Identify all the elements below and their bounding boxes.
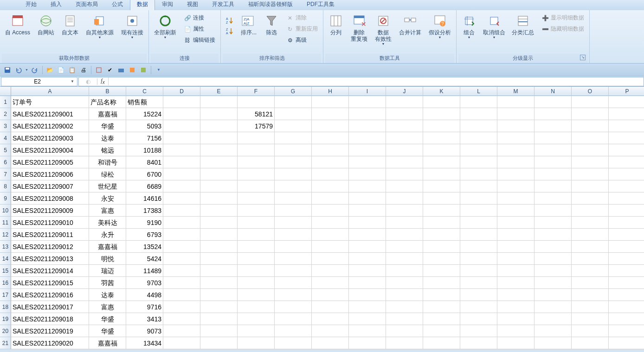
- cell-B18[interactable]: 富惠: [89, 301, 126, 313]
- cell-K16[interactable]: [423, 277, 460, 289]
- cell-G4[interactable]: [275, 132, 312, 144]
- col-header-B[interactable]: B: [89, 87, 126, 96]
- cell-J3[interactable]: [386, 120, 423, 132]
- cell-E5[interactable]: [200, 144, 238, 156]
- cell-B16[interactable]: 羽茜: [89, 277, 126, 289]
- cell-J20[interactable]: [386, 325, 423, 337]
- cell-E2[interactable]: [200, 108, 238, 120]
- cell-N16[interactable]: [535, 277, 572, 289]
- cell-B6[interactable]: 和谐号: [89, 156, 126, 168]
- cell-B3[interactable]: 华盛: [89, 120, 126, 132]
- cell-O19[interactable]: [572, 313, 609, 325]
- cell-H14[interactable]: [312, 253, 349, 265]
- cell-E7[interactable]: [200, 168, 238, 180]
- cell-F18[interactable]: [238, 301, 275, 313]
- row-header-15[interactable]: 15: [0, 265, 11, 277]
- cell-O18[interactable]: [572, 301, 609, 313]
- cell-K17[interactable]: [423, 289, 460, 301]
- cell-C7[interactable]: 6700: [126, 168, 163, 180]
- cell-K14[interactable]: [423, 253, 460, 265]
- cell-G14[interactable]: [275, 253, 312, 265]
- cell-H17[interactable]: [312, 289, 349, 301]
- cell-C11[interactable]: 9190: [126, 217, 163, 229]
- cell-F19[interactable]: [238, 313, 275, 325]
- cell-M15[interactable]: [497, 265, 535, 277]
- tab-9[interactable]: PDF工具集: [300, 0, 341, 10]
- cell-B2[interactable]: 嘉嘉福: [89, 108, 126, 120]
- cell-D2[interactable]: [163, 108, 200, 120]
- cell-A4[interactable]: SALES20211209003: [11, 132, 89, 144]
- cell-O2[interactable]: [572, 108, 609, 120]
- cell-N3[interactable]: [535, 120, 572, 132]
- cell-H19[interactable]: [312, 313, 349, 325]
- cell-K21[interactable]: [423, 337, 460, 349]
- new-button[interactable]: 📄: [57, 65, 66, 75]
- cell-I11[interactable]: [349, 217, 386, 229]
- cell-J13[interactable]: [386, 241, 423, 253]
- row-header-19[interactable]: 19: [0, 313, 11, 325]
- cell-I17[interactable]: [349, 289, 386, 301]
- cell-P18[interactable]: [609, 301, 644, 313]
- cell-J15[interactable]: [386, 265, 423, 277]
- cell-N10[interactable]: [535, 205, 572, 217]
- cell-G13[interactable]: [275, 241, 312, 253]
- cell-D1[interactable]: [163, 96, 200, 108]
- cell-E10[interactable]: [200, 205, 238, 217]
- cell-P19[interactable]: [609, 313, 644, 325]
- cell-L19[interactable]: [460, 313, 497, 325]
- row-header-4[interactable]: 4: [0, 132, 11, 144]
- cell-H2[interactable]: [312, 108, 349, 120]
- cell-O14[interactable]: [572, 253, 609, 265]
- cell-L20[interactable]: [460, 325, 497, 337]
- cell-B14[interactable]: 明悦: [89, 253, 126, 265]
- cell-J5[interactable]: [386, 144, 423, 156]
- cell-J21[interactable]: [386, 337, 423, 349]
- cell-G2[interactable]: [275, 108, 312, 120]
- qat-button-5[interactable]: [94, 65, 103, 75]
- row-header-14[interactable]: 14: [0, 253, 11, 265]
- tab-2[interactable]: 页面布局: [69, 0, 105, 10]
- cell-P15[interactable]: [609, 265, 644, 277]
- cell-N4[interactable]: [535, 132, 572, 144]
- cell-O6[interactable]: [572, 156, 609, 168]
- cell-D21[interactable]: [163, 337, 200, 349]
- cell-D5[interactable]: [163, 144, 200, 156]
- cell-O15[interactable]: [572, 265, 609, 277]
- cell-P8[interactable]: [609, 180, 644, 192]
- cell-C19[interactable]: 3413: [126, 313, 163, 325]
- cell-N1[interactable]: [535, 96, 572, 108]
- paste-button[interactable]: 📋: [68, 65, 77, 75]
- cell-K9[interactable]: [423, 192, 460, 205]
- cell-L5[interactable]: [460, 144, 497, 156]
- cell-E8[interactable]: [200, 180, 238, 192]
- cell-L8[interactable]: [460, 180, 497, 192]
- cell-C17[interactable]: 4498: [126, 289, 163, 301]
- cell-B19[interactable]: 华盛: [89, 313, 126, 325]
- cell-N6[interactable]: [535, 156, 572, 168]
- cell-M1[interactable]: [497, 96, 535, 108]
- cell-B10[interactable]: 富惠: [89, 205, 126, 217]
- cell-P5[interactable]: [609, 144, 644, 156]
- cell-G9[interactable]: [275, 192, 312, 205]
- cell-K6[interactable]: [423, 156, 460, 168]
- cell-N14[interactable]: [535, 253, 572, 265]
- cell-J14[interactable]: [386, 253, 423, 265]
- data-tool-button-0[interactable]: 分列: [325, 12, 347, 38]
- cell-O17[interactable]: [572, 289, 609, 301]
- cell-F4[interactable]: [238, 132, 275, 144]
- cell-G19[interactable]: [275, 313, 312, 325]
- col-header-D[interactable]: D: [163, 87, 200, 96]
- cell-G6[interactable]: [275, 156, 312, 168]
- cell-P21[interactable]: [609, 337, 644, 349]
- cell-I3[interactable]: [349, 120, 386, 132]
- cell-N20[interactable]: [535, 325, 572, 337]
- cell-G3[interactable]: [275, 120, 312, 132]
- name-box[interactable]: ▼: [1, 77, 77, 86]
- cell-A20[interactable]: SALES20211209019: [11, 325, 89, 337]
- cell-O3[interactable]: [572, 120, 609, 132]
- cell-N12[interactable]: [535, 229, 572, 241]
- cell-I19[interactable]: [349, 313, 386, 325]
- select-all-corner[interactable]: [0, 87, 11, 96]
- cell-B8[interactable]: 世纪星: [89, 180, 126, 192]
- cell-L12[interactable]: [460, 229, 497, 241]
